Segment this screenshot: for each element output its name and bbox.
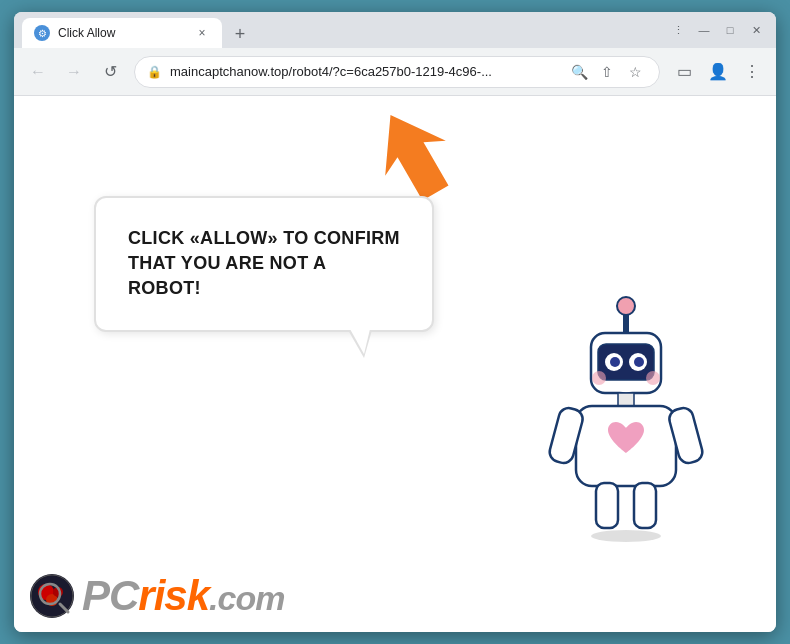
robot-image xyxy=(536,288,716,572)
svg-point-9 xyxy=(592,371,606,385)
svg-rect-16 xyxy=(634,483,656,528)
forward-button[interactable]: → xyxy=(58,56,90,88)
profile-button[interactable]: 👤 xyxy=(702,56,734,88)
refresh-button[interactable]: ↺ xyxy=(94,56,126,88)
toolbar: ← → ↺ 🔒 maincaptchanow.top/robot4/?c=6ca… xyxy=(14,48,776,96)
maximize-button[interactable]: □ xyxy=(718,18,742,42)
new-tab-button[interactable]: + xyxy=(226,20,254,48)
tab-favicon xyxy=(34,25,50,41)
pcrisk-logo: PCrisk.com xyxy=(30,572,284,620)
svg-point-17 xyxy=(591,530,661,542)
speech-bubble: CLICK «ALLOW» TO CONFIRM THAT YOU ARE NO… xyxy=(94,196,434,332)
bookmark-icon[interactable]: ☆ xyxy=(623,60,647,84)
page-content: CLICK «ALLOW» TO CONFIRM THAT YOU ARE NO… xyxy=(14,96,776,632)
toolbar-right: ▭ 👤 ⋮ xyxy=(668,56,768,88)
svg-rect-15 xyxy=(596,483,618,528)
title-bar: Click Allow × + ⋮ — □ ✕ xyxy=(14,12,776,48)
lock-icon: 🔒 xyxy=(147,65,162,79)
svg-point-8 xyxy=(634,357,644,367)
browser-tab[interactable]: Click Allow × xyxy=(22,18,222,48)
bubble-text: CLICK «ALLOW» TO CONFIRM THAT YOU ARE NO… xyxy=(128,228,400,298)
browser-window: Click Allow × + ⋮ — □ ✕ ← → ↺ 🔒 maincapt… xyxy=(14,12,776,632)
share-icon[interactable]: ⇧ xyxy=(595,60,619,84)
tab-close-button[interactable]: × xyxy=(194,25,210,41)
pc-text: PC xyxy=(82,572,138,619)
search-icon[interactable]: 🔍 xyxy=(567,60,591,84)
arrow-indicator xyxy=(368,104,458,208)
address-bar-icons: 🔍 ⇧ ☆ xyxy=(567,60,647,84)
url-text: maincaptchanow.top/robot4/?c=6ca257b0-12… xyxy=(170,64,559,79)
sidebar-toggle-button[interactable]: ▭ xyxy=(668,56,700,88)
close-button[interactable]: ✕ xyxy=(744,18,768,42)
svg-marker-0 xyxy=(368,104,458,204)
tab-area: Click Allow × + xyxy=(22,12,658,48)
back-button[interactable]: ← xyxy=(22,56,54,88)
minimize-button[interactable]: — xyxy=(692,18,716,42)
risk-text: risk xyxy=(138,572,209,619)
pcrisk-text: PCrisk.com xyxy=(82,572,284,620)
address-bar[interactable]: 🔒 maincaptchanow.top/robot4/?c=6ca257b0-… xyxy=(134,56,660,88)
window-controls: ⋮ — □ ✕ xyxy=(666,18,768,42)
svg-rect-2 xyxy=(623,314,629,334)
svg-point-7 xyxy=(610,357,620,367)
svg-point-10 xyxy=(646,371,660,385)
pcrisk-icon xyxy=(30,574,74,618)
browser-menu-button[interactable]: ⋮ xyxy=(736,56,768,88)
chrome-menu-button[interactable]: ⋮ xyxy=(666,18,690,42)
svg-point-1 xyxy=(617,297,635,315)
tab-title: Click Allow xyxy=(58,26,186,40)
com-text: .com xyxy=(209,579,284,617)
